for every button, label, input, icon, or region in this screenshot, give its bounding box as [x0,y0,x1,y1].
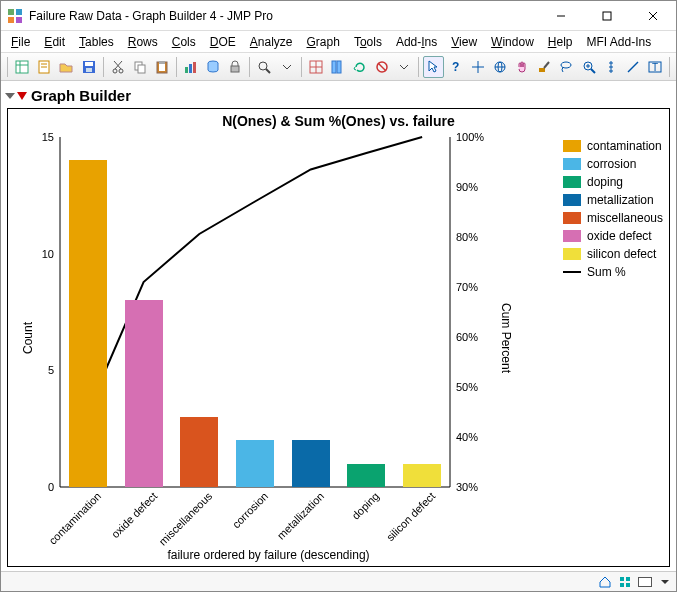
x-category-label: silicon defect [384,490,437,543]
legend-item[interactable]: oxide defect [563,227,663,245]
svg-line-57 [628,62,638,72]
close-button[interactable] [630,1,676,30]
x-category-label: oxide defect [108,490,158,540]
dropdown-icon[interactable] [277,56,297,78]
bar[interactable] [180,417,218,487]
svg-rect-36 [332,61,336,73]
status-box[interactable] [638,577,652,587]
menu-tables[interactable]: Tables [73,33,120,51]
lock-icon[interactable] [225,56,245,78]
svg-rect-5 [603,12,611,20]
ruler-icon[interactable] [601,56,621,78]
panel-header: Graph Builder [7,85,670,106]
menu-mfi-addins[interactable]: MFI Add-Ins [580,33,657,51]
legend-item[interactable]: contamination [563,137,663,155]
chart-icon[interactable] [181,56,201,78]
menu-addins[interactable]: Add-Ins [390,33,443,51]
legend-item[interactable]: miscellaneous [563,209,663,227]
minimize-button[interactable] [538,1,584,30]
y2-tick: 100% [450,131,484,143]
y2-tick: 70% [450,281,478,293]
new-table-icon[interactable] [12,56,32,78]
cut-icon[interactable] [108,56,128,78]
save-icon[interactable] [78,56,98,78]
dropdown2-icon[interactable] [394,56,414,78]
new-script-icon[interactable] [34,56,54,78]
crosshair-icon[interactable] [468,56,488,78]
zoom-in-icon[interactable] [579,56,599,78]
home-icon[interactable] [598,575,612,589]
svg-text:?: ? [452,60,459,74]
menu-edit[interactable]: Edit [38,33,71,51]
lasso-icon[interactable] [556,56,576,78]
red-triangle-icon[interactable] [17,92,27,100]
pointer-icon[interactable] [423,56,443,78]
app-icon [7,8,23,24]
menu-analyze[interactable]: Analyze [244,33,299,51]
menu-rows[interactable]: Rows [122,33,164,51]
disclosure-icon[interactable] [5,93,15,99]
menu-graph[interactable]: Graph [301,33,346,51]
svg-point-18 [119,69,123,73]
svg-rect-28 [193,62,196,73]
x-category-label: contamination [46,490,103,547]
db-icon[interactable] [203,56,223,78]
legend-label: metallization [587,193,654,207]
legend-item[interactable]: corrosion [563,155,663,173]
menu-file[interactable]: File [5,33,36,51]
bar[interactable] [347,464,385,487]
svg-line-47 [544,62,549,68]
legend-swatch [563,194,581,206]
window-buttons [538,1,676,30]
globe-icon[interactable] [490,56,510,78]
menu-tools[interactable]: Tools [348,33,388,51]
bar[interactable] [69,160,107,487]
app-window: Failure Raw Data - Graph Builder 4 - JMP… [0,0,677,592]
legend-label: Sum % [587,265,626,279]
zoom-icon[interactable] [254,56,274,78]
y-axis-label: Count [21,321,35,353]
open-icon[interactable] [56,56,76,78]
bar[interactable] [125,300,163,487]
columns-icon[interactable] [328,56,348,78]
menu-help[interactable]: Help [542,33,579,51]
plot-area[interactable]: 05101530%40%50%60%70%80%90%100%contamina… [60,137,450,487]
maximize-button[interactable] [584,1,630,30]
y-tick: 10 [42,248,60,260]
menu-cols[interactable]: Cols [166,33,202,51]
refresh-icon[interactable] [350,56,370,78]
menu-doe[interactable]: DOE [204,33,242,51]
cum-line [60,137,450,487]
paste-icon[interactable] [152,56,172,78]
legend-label: contamination [587,139,662,153]
legend-label: oxide defect [587,229,652,243]
cancel-icon[interactable] [372,56,392,78]
legend-item[interactable]: silicon defect [563,245,663,263]
status-dropdown-icon[interactable] [658,575,672,589]
legend: contaminationcorrosiondopingmetallizatio… [563,137,663,281]
y2-tick: 90% [450,181,478,193]
svg-rect-63 [626,583,630,587]
svg-rect-61 [626,577,630,581]
copy-icon[interactable] [130,56,150,78]
bar[interactable] [403,464,441,487]
line-tool-icon[interactable] [623,56,643,78]
toolbar: ? T [1,53,676,81]
menu-view[interactable]: View [445,33,483,51]
help-icon[interactable]: ? [446,56,466,78]
bar[interactable] [292,440,330,487]
dashboard-icon[interactable] [618,575,632,589]
grid-icon[interactable] [306,56,326,78]
legend-item[interactable]: Sum % [563,263,663,281]
legend-item[interactable]: doping [563,173,663,191]
menu-window[interactable]: Window [485,33,540,51]
legend-item[interactable]: metallization [563,191,663,209]
brush-icon[interactable] [534,56,554,78]
chart-frame[interactable]: N(Ones) & Sum %(Ones) vs. failure Count … [7,108,670,567]
hand-icon[interactable] [512,56,532,78]
bar[interactable] [236,440,274,487]
svg-point-31 [259,62,267,70]
svg-line-39 [378,63,386,71]
text-tool-icon[interactable]: T [645,56,665,78]
svg-rect-3 [16,17,22,23]
